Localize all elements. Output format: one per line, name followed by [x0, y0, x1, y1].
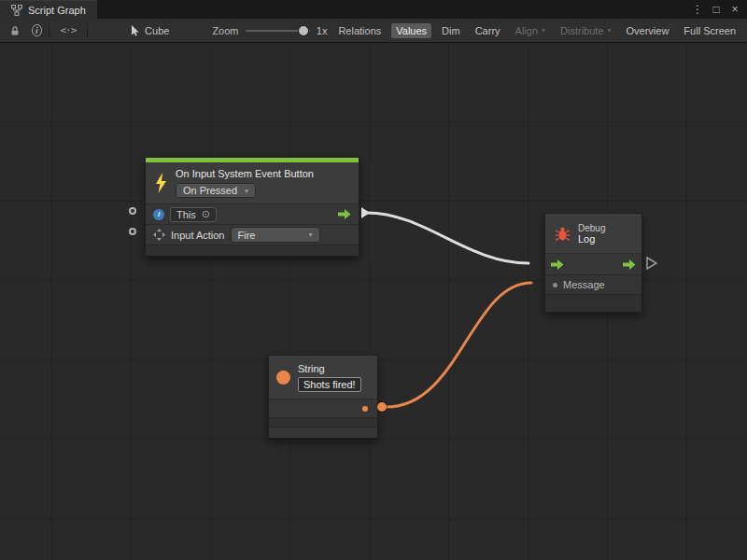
chevron-down-icon: ▾ — [308, 231, 312, 239]
script-graph-icon — [11, 5, 22, 16]
input-action-value: Fire — [238, 230, 256, 241]
lightning-icon — [153, 173, 168, 193]
zoom-slider-handle[interactable] — [299, 26, 308, 35]
toolbar-divider — [49, 23, 49, 37]
graph-toolbar: i <·> Cube Zoom 1x Relations Values Dim … — [0, 19, 747, 43]
window-close-button[interactable]: × — [726, 0, 743, 19]
graph-canvas[interactable]: On Input System Event Button On Pressed … — [0, 43, 747, 560]
wire-string-to-message — [387, 283, 531, 407]
on-pressed-dropdown[interactable]: On Pressed ▾ — [176, 183, 256, 198]
this-label: This — [176, 209, 196, 220]
this-object-field[interactable]: This ⊙ — [170, 207, 217, 222]
relations-button[interactable]: Relations — [333, 23, 386, 38]
control-output-port[interactable] — [623, 259, 636, 270]
toolbar-buttons: Relations Values Dim Carry Align ▾ Distr… — [333, 23, 742, 38]
unity-script-graph-window: Script Graph ⋮ □ × i <·> Cube Zoom — [0, 0, 747, 560]
this-icon: i — [153, 209, 164, 220]
fullscreen-button[interactable]: Full Screen — [679, 23, 740, 38]
bug-icon — [555, 226, 571, 242]
control-output-port[interactable] — [338, 209, 351, 219]
message-label: Message — [563, 279, 605, 290]
node-footer — [146, 245, 359, 256]
chevron-down-icon: ▾ — [245, 187, 248, 195]
string-output-dot[interactable] — [362, 406, 368, 412]
window-maximize-button[interactable]: □ — [708, 0, 725, 19]
zoom-slider[interactable] — [246, 30, 310, 32]
node-on-input-system-event-button[interactable]: On Input System Event Button On Pressed … — [145, 157, 359, 257]
string-output-port[interactable] — [377, 402, 387, 412]
window-controls: ⋮ □ × — [689, 0, 747, 19]
node-footer — [269, 427, 377, 438]
node-title: On Input System Event Button — [176, 168, 314, 179]
tab-title: Script Graph — [28, 5, 86, 16]
zoom-label: Zoom — [212, 25, 238, 36]
string-value-input[interactable]: Shots fired! — [298, 377, 361, 392]
overview-button[interactable]: Overview — [622, 23, 674, 38]
window-menu-button[interactable]: ⋮ — [689, 0, 706, 19]
input-action-dropdown[interactable]: Fire ▾ — [231, 227, 320, 243]
string-type-icon — [276, 371, 290, 385]
input-action-label: Input Action — [171, 230, 225, 241]
chevron-down-icon: ▾ — [542, 26, 545, 35]
log-continue-connector[interactable] — [646, 257, 657, 270]
zoom-value: 1x — [317, 25, 328, 36]
target-icon: ⊙ — [202, 208, 210, 220]
values-button[interactable]: Values — [391, 23, 431, 38]
this-input-port[interactable] — [129, 207, 136, 215]
lock-icon[interactable] — [5, 23, 25, 38]
graph-target-selector[interactable]: Cube — [126, 23, 174, 38]
event-output-connector[interactable] — [361, 207, 370, 218]
input-action-input-port[interactable] — [129, 228, 136, 235]
tab-script-graph[interactable]: Script Graph — [0, 0, 97, 19]
distribute-button[interactable]: Distribute ▾ — [556, 23, 615, 38]
node-footer — [269, 417, 377, 427]
on-pressed-value: On Pressed — [183, 185, 237, 196]
align-label: Align — [515, 25, 538, 36]
toolbar-divider — [87, 23, 88, 37]
align-button[interactable]: Align ▾ — [511, 23, 550, 38]
distribute-label: Distribute — [560, 25, 603, 36]
dim-button[interactable]: Dim — [437, 23, 465, 38]
node-footer — [545, 294, 641, 312]
node-title: Log — [578, 233, 605, 245]
node-category: Debug — [578, 223, 605, 233]
node-title: String — [298, 363, 361, 374]
message-port-dot[interactable] — [553, 283, 557, 287]
node-string-literal[interactable]: String Shots fired! — [268, 355, 378, 439]
chevron-down-icon: ▾ — [608, 26, 612, 35]
carry-button[interactable]: Carry — [471, 23, 505, 38]
target-label: Cube — [145, 25, 169, 36]
code-icon[interactable]: <·> — [55, 22, 80, 38]
node-debug-log[interactable]: Debug Log Message — [544, 213, 642, 313]
padlock-icon — [9, 25, 21, 36]
window-titlebar: Script Graph ⋮ □ × — [0, 0, 747, 19]
info-icon[interactable]: i — [32, 24, 42, 36]
input-action-icon — [153, 229, 165, 241]
wire-event-to-log — [367, 213, 529, 263]
cursor-icon — [131, 25, 140, 36]
control-input-port[interactable] — [551, 259, 564, 270]
